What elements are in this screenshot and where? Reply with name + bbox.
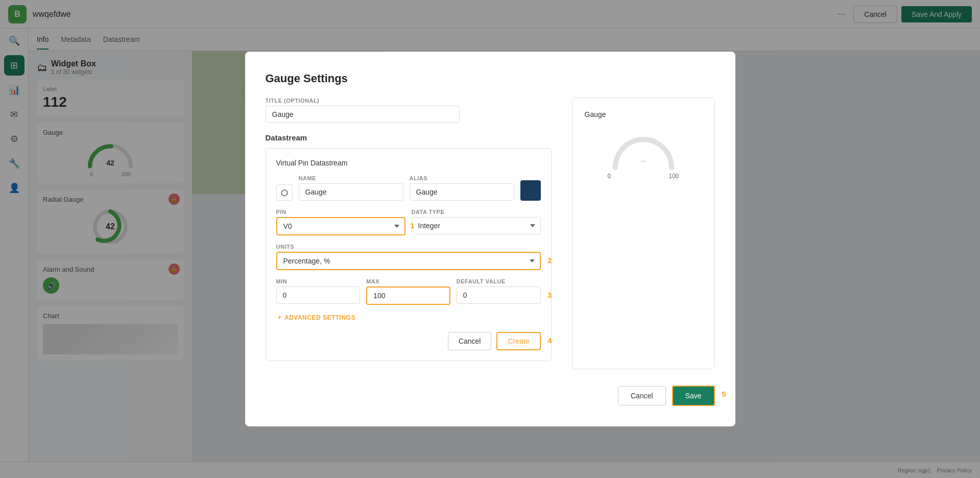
alias-input[interactable] bbox=[410, 183, 514, 201]
step-5-label: 5 bbox=[722, 390, 726, 398]
units-label: UNITS bbox=[276, 244, 541, 250]
step-3-label: 3 bbox=[547, 291, 552, 299]
default-input[interactable] bbox=[457, 286, 541, 304]
advanced-settings-link[interactable]: ＋ ADVANCED SETTINGS bbox=[276, 313, 541, 322]
preview-gauge-arc-icon: -- bbox=[608, 127, 679, 173]
cancel-modal-button[interactable]: Cancel bbox=[618, 386, 666, 405]
step-4-label: 4 bbox=[547, 336, 552, 345]
modal-body: TITLE (OPTIONAL) Datastream Virtual Pin … bbox=[266, 98, 715, 369]
color-swatch[interactable] bbox=[520, 180, 541, 201]
preview-min: 0 bbox=[608, 173, 611, 180]
preview-max: 100 bbox=[668, 173, 679, 180]
min-group: MIN bbox=[276, 278, 361, 305]
data-type-label: DATA TYPE bbox=[412, 209, 541, 215]
gauge-preview: Gauge -- 0 100 bbox=[572, 98, 715, 369]
data-type-group: DATA TYPE Integer bbox=[412, 209, 541, 235]
datastream-section-label: Datastream bbox=[266, 133, 552, 142]
max-label: MAX bbox=[366, 278, 450, 284]
units-select[interactable]: Percentage, % bbox=[276, 252, 541, 270]
gauge-settings-modal: Gauge Settings TITLE (OPTIONAL) Datastre… bbox=[245, 52, 735, 426]
alias-field-group: ALIAS bbox=[410, 175, 514, 201]
title-field-label: TITLE (OPTIONAL) bbox=[266, 98, 552, 104]
datastream-footer: Cancel Create 4 bbox=[276, 332, 541, 350]
name-input[interactable] bbox=[299, 183, 403, 201]
step-2-label: 2 bbox=[547, 256, 552, 265]
modal-form: TITLE (OPTIONAL) Datastream Virtual Pin … bbox=[266, 98, 552, 369]
alias-label: ALIAS bbox=[410, 175, 514, 181]
step-1-label: 1 bbox=[410, 221, 414, 230]
cancel-datastream-button[interactable]: Cancel bbox=[448, 332, 492, 350]
title-input[interactable] bbox=[266, 106, 460, 123]
gauge-preview-title: Gauge bbox=[585, 110, 606, 118]
pin-select[interactable]: V0 bbox=[276, 217, 405, 235]
modal-title: Gauge Settings bbox=[266, 72, 715, 85]
modal-footer: Cancel Save 5 bbox=[266, 386, 715, 406]
pin-datatype-row: PIN V0 1 DATA TYPE Integer bbox=[276, 209, 541, 235]
datastream-type-label: Virtual Pin Datastream bbox=[276, 159, 541, 167]
min-input[interactable] bbox=[276, 286, 361, 304]
max-input[interactable] bbox=[366, 286, 450, 305]
plus-icon: ＋ bbox=[276, 313, 283, 322]
pin-cube-icon: ⬡ bbox=[276, 184, 293, 201]
name-alias-row: ⬡ NAME ALIAS bbox=[276, 175, 541, 201]
default-group: DEFAULT VALUE 3 bbox=[457, 278, 541, 305]
modal-overlay: Gauge Settings TITLE (OPTIONAL) Datastre… bbox=[0, 0, 980, 478]
gauge-preview-range: 0 100 bbox=[608, 173, 679, 180]
min-label: MIN bbox=[276, 278, 361, 284]
create-button[interactable]: Create bbox=[496, 332, 540, 350]
datastream-box: Virtual Pin Datastream ⬡ NAME ALIAS bbox=[266, 148, 552, 361]
max-group: MAX bbox=[366, 278, 450, 305]
save-modal-button[interactable]: Save bbox=[672, 386, 715, 406]
name-field-group: NAME bbox=[299, 175, 403, 201]
name-label: NAME bbox=[299, 175, 403, 181]
default-label: DEFAULT VALUE bbox=[457, 278, 541, 284]
minmax-row: MIN MAX DEFAULT VALUE 3 bbox=[276, 278, 541, 305]
units-row: UNITS Percentage, % 2 bbox=[276, 244, 541, 270]
pin-group: PIN V0 1 bbox=[276, 209, 405, 235]
advanced-settings-label: ADVANCED SETTINGS bbox=[284, 314, 355, 321]
data-type-select[interactable]: Integer bbox=[412, 217, 541, 234]
svg-text:--: -- bbox=[640, 156, 646, 165]
pin-label: PIN bbox=[276, 209, 405, 215]
